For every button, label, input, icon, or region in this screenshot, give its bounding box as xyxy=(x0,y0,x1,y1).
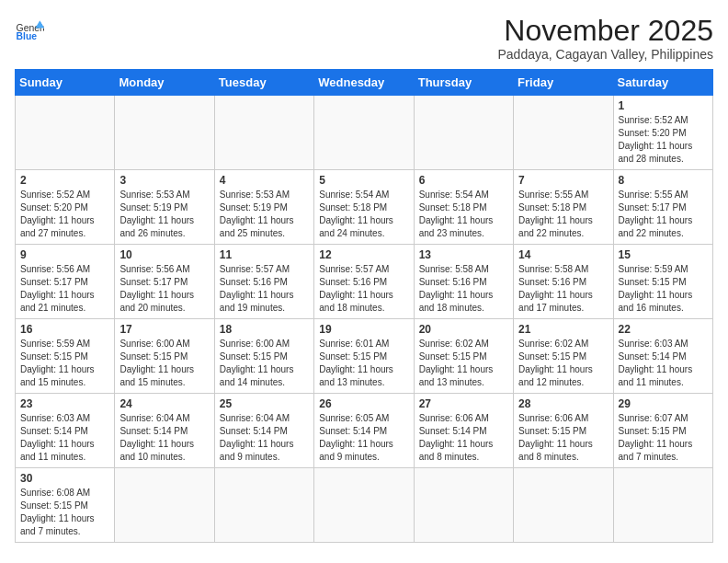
day-info: Sunrise: 6:06 AM Sunset: 5:14 PM Dayligh… xyxy=(419,412,508,464)
calendar-cell: 21Sunrise: 6:02 AM Sunset: 5:15 PM Dayli… xyxy=(514,319,613,394)
calendar-cell: 30Sunrise: 6:08 AM Sunset: 5:15 PM Dayli… xyxy=(16,468,115,543)
day-number: 21 xyxy=(518,323,608,336)
calendar-cell: 14Sunrise: 5:58 AM Sunset: 5:16 PM Dayli… xyxy=(514,245,613,319)
day-number: 19 xyxy=(319,323,408,336)
calendar-week-5: 23Sunrise: 6:03 AM Sunset: 5:14 PM Dayli… xyxy=(16,394,713,468)
day-info: Sunrise: 6:08 AM Sunset: 5:15 PM Dayligh… xyxy=(20,487,109,538)
day-number: 30 xyxy=(20,472,109,485)
calendar-week-3: 9Sunrise: 5:56 AM Sunset: 5:17 PM Daylig… xyxy=(16,245,713,319)
day-info: Sunrise: 5:58 AM Sunset: 5:16 PM Dayligh… xyxy=(419,263,508,315)
calendar-cell xyxy=(115,96,214,170)
day-number: 22 xyxy=(619,323,708,336)
day-number: 28 xyxy=(518,397,608,410)
calendar-cell xyxy=(414,468,513,543)
calendar-cell: 5Sunrise: 5:54 AM Sunset: 5:18 PM Daylig… xyxy=(314,170,414,245)
calendar-cell: 3Sunrise: 5:53 AM Sunset: 5:19 PM Daylig… xyxy=(115,170,214,245)
day-number: 26 xyxy=(319,397,408,410)
day-info: Sunrise: 6:01 AM Sunset: 5:15 PM Dayligh… xyxy=(319,338,408,389)
weekday-header-tuesday: Tuesday xyxy=(214,70,313,96)
day-number: 9 xyxy=(20,248,109,261)
day-number: 7 xyxy=(518,174,608,187)
calendar-cell: 24Sunrise: 6:04 AM Sunset: 5:14 PM Dayli… xyxy=(115,394,214,468)
calendar-cell: 28Sunrise: 6:06 AM Sunset: 5:15 PM Dayli… xyxy=(514,394,613,468)
calendar-cell xyxy=(214,96,313,170)
day-number: 27 xyxy=(419,397,508,410)
calendar-week-6: 30Sunrise: 6:08 AM Sunset: 5:15 PM Dayli… xyxy=(16,468,713,543)
day-info: Sunrise: 5:56 AM Sunset: 5:17 PM Dayligh… xyxy=(20,263,109,315)
day-number: 17 xyxy=(119,323,209,336)
day-number: 23 xyxy=(20,397,109,410)
month-title: November 2025 xyxy=(497,15,713,47)
day-number: 6 xyxy=(419,174,508,187)
weekday-header-thursday: Thursday xyxy=(414,70,513,96)
day-info: Sunrise: 5:52 AM Sunset: 5:20 PM Dayligh… xyxy=(619,114,708,166)
title-block: November 2025 Paddaya, Cagayan Valley, P… xyxy=(497,15,713,62)
day-number: 8 xyxy=(619,174,708,187)
day-info: Sunrise: 5:59 AM Sunset: 5:15 PM Dayligh… xyxy=(619,263,708,315)
calendar-cell xyxy=(414,96,513,170)
calendar-cell xyxy=(16,96,115,170)
calendar-cell: 7Sunrise: 5:55 AM Sunset: 5:18 PM Daylig… xyxy=(514,170,613,245)
day-number: 20 xyxy=(419,323,508,336)
calendar-cell: 2Sunrise: 5:52 AM Sunset: 5:20 PM Daylig… xyxy=(16,170,115,245)
calendar-cell: 13Sunrise: 5:58 AM Sunset: 5:16 PM Dayli… xyxy=(414,245,513,319)
weekday-header-monday: Monday xyxy=(115,70,214,96)
calendar-cell: 25Sunrise: 6:04 AM Sunset: 5:14 PM Dayli… xyxy=(214,394,313,468)
day-info: Sunrise: 5:54 AM Sunset: 5:18 PM Dayligh… xyxy=(419,189,508,240)
day-info: Sunrise: 5:53 AM Sunset: 5:19 PM Dayligh… xyxy=(119,189,209,240)
day-info: Sunrise: 6:02 AM Sunset: 5:15 PM Dayligh… xyxy=(518,338,608,389)
calendar-cell: 26Sunrise: 6:05 AM Sunset: 5:14 PM Dayli… xyxy=(314,394,414,468)
day-number: 5 xyxy=(319,174,408,187)
calendar-header-row: SundayMondayTuesdayWednesdayThursdayFrid… xyxy=(16,70,713,96)
day-number: 4 xyxy=(220,174,309,187)
calendar-cell: 18Sunrise: 6:00 AM Sunset: 5:15 PM Dayli… xyxy=(214,319,313,394)
day-number: 25 xyxy=(220,397,309,410)
day-info: Sunrise: 6:05 AM Sunset: 5:14 PM Dayligh… xyxy=(319,412,408,464)
day-number: 3 xyxy=(119,174,209,187)
calendar-cell xyxy=(314,468,414,543)
day-info: Sunrise: 6:00 AM Sunset: 5:15 PM Dayligh… xyxy=(220,338,309,389)
day-info: Sunrise: 6:02 AM Sunset: 5:15 PM Dayligh… xyxy=(419,338,508,389)
day-number: 24 xyxy=(119,397,209,410)
weekday-header-wednesday: Wednesday xyxy=(314,70,414,96)
day-number: 29 xyxy=(619,397,708,410)
calendar-cell: 6Sunrise: 5:54 AM Sunset: 5:18 PM Daylig… xyxy=(414,170,513,245)
calendar-cell: 8Sunrise: 5:55 AM Sunset: 5:17 PM Daylig… xyxy=(613,170,712,245)
day-number: 2 xyxy=(20,174,109,187)
calendar-cell: 22Sunrise: 6:03 AM Sunset: 5:14 PM Dayli… xyxy=(613,319,712,394)
calendar-cell: 12Sunrise: 5:57 AM Sunset: 5:16 PM Dayli… xyxy=(314,245,414,319)
calendar-week-2: 2Sunrise: 5:52 AM Sunset: 5:20 PM Daylig… xyxy=(16,170,713,245)
calendar-cell xyxy=(214,468,313,543)
calendar-cell: 19Sunrise: 6:01 AM Sunset: 5:15 PM Dayli… xyxy=(314,319,414,394)
day-info: Sunrise: 6:07 AM Sunset: 5:15 PM Dayligh… xyxy=(619,412,708,464)
calendar-week-4: 16Sunrise: 5:59 AM Sunset: 5:15 PM Dayli… xyxy=(16,319,713,394)
weekday-header-sunday: Sunday xyxy=(16,70,115,96)
day-info: Sunrise: 6:03 AM Sunset: 5:14 PM Dayligh… xyxy=(619,338,708,389)
calendar-cell: 9Sunrise: 5:56 AM Sunset: 5:17 PM Daylig… xyxy=(16,245,115,319)
day-info: Sunrise: 5:55 AM Sunset: 5:18 PM Dayligh… xyxy=(518,189,608,240)
calendar-cell: 27Sunrise: 6:06 AM Sunset: 5:14 PM Dayli… xyxy=(414,394,513,468)
day-info: Sunrise: 6:00 AM Sunset: 5:15 PM Dayligh… xyxy=(119,338,209,389)
day-number: 1 xyxy=(619,99,708,112)
day-number: 15 xyxy=(619,248,708,261)
day-info: Sunrise: 5:52 AM Sunset: 5:20 PM Dayligh… xyxy=(20,189,109,240)
day-number: 10 xyxy=(119,248,209,261)
day-info: Sunrise: 6:06 AM Sunset: 5:15 PM Dayligh… xyxy=(518,412,608,464)
day-info: Sunrise: 5:54 AM Sunset: 5:18 PM Dayligh… xyxy=(319,189,408,240)
calendar-cell: 20Sunrise: 6:02 AM Sunset: 5:15 PM Dayli… xyxy=(414,319,513,394)
day-info: Sunrise: 5:56 AM Sunset: 5:17 PM Dayligh… xyxy=(119,263,209,315)
calendar-cell: 4Sunrise: 5:53 AM Sunset: 5:19 PM Daylig… xyxy=(214,170,313,245)
calendar-cell: 29Sunrise: 6:07 AM Sunset: 5:15 PM Dayli… xyxy=(613,394,712,468)
logo-icon: General Blue xyxy=(15,15,44,44)
logo: General Blue xyxy=(15,15,44,44)
calendar-cell: 10Sunrise: 5:56 AM Sunset: 5:17 PM Dayli… xyxy=(115,245,214,319)
calendar-cell xyxy=(115,468,214,543)
day-info: Sunrise: 6:03 AM Sunset: 5:14 PM Dayligh… xyxy=(20,412,109,464)
calendar-cell: 23Sunrise: 6:03 AM Sunset: 5:14 PM Dayli… xyxy=(16,394,115,468)
weekday-header-friday: Friday xyxy=(514,70,613,96)
day-info: Sunrise: 5:53 AM Sunset: 5:19 PM Dayligh… xyxy=(220,189,309,240)
day-info: Sunrise: 5:57 AM Sunset: 5:16 PM Dayligh… xyxy=(220,263,309,315)
calendar-cell xyxy=(514,96,613,170)
day-info: Sunrise: 6:04 AM Sunset: 5:14 PM Dayligh… xyxy=(220,412,309,464)
day-number: 12 xyxy=(319,248,408,261)
